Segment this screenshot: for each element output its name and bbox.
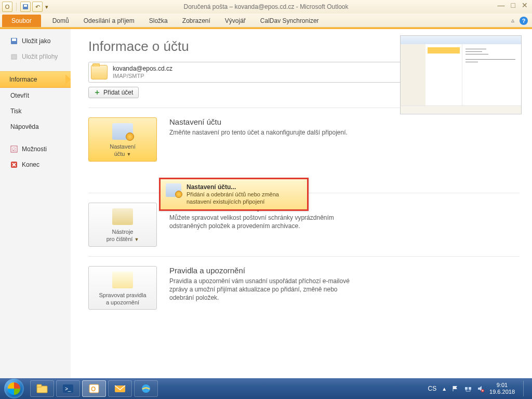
chevron-down-icon: ▼: [126, 152, 131, 157]
section-rules: Spravovat pravidla a upozornění Pravidla…: [88, 266, 520, 310]
sidebar-options[interactable]: ☑ Možnosti: [0, 141, 71, 157]
tray-network-icon[interactable]: [464, 385, 472, 392]
account-settings-button-line1: Nastavení: [110, 143, 136, 150]
svg-rect-3: [12, 38, 16, 41]
tab-developer[interactable]: Vývojář: [218, 15, 253, 27]
chevron-down-icon: ▼: [134, 237, 139, 242]
sidebar-info[interactable]: Informace: [0, 71, 71, 88]
rules-heading: Pravidla a upozornění: [169, 266, 356, 275]
menu-item-icon: [166, 183, 181, 197]
svg-rect-9: [37, 384, 42, 387]
taskbar-powershell-icon[interactable]: >_: [56, 380, 80, 397]
show-desktop-button[interactable]: [523, 381, 528, 396]
exit-icon: [10, 161, 18, 168]
tray-date: 19.6.2018: [489, 389, 515, 395]
plus-icon: ＋: [94, 89, 100, 96]
taskbar-explorer-icon[interactable]: [30, 380, 54, 397]
account-settings-button[interactable]: Nastavení účtu▼: [88, 117, 157, 162]
menu-item-desc-line1: Přidání a odebrání účtů nebo změna: [187, 191, 279, 198]
account-settings-menu-item[interactable]: Nastavení účtu... Přidání a odebrání účt…: [159, 178, 309, 211]
cleanup-button-line2: pro čištění: [107, 236, 133, 242]
backstage-sidebar: Uložit jako Uložit přílohy Informace Ote…: [0, 29, 71, 379]
add-account-label: Přidat účet: [103, 89, 133, 96]
tab-home[interactable]: Domů: [45, 15, 76, 27]
taskbar-outlook-icon[interactable]: O: [82, 380, 106, 397]
system-tray: CS ▲ 9:01 19.6.2018: [428, 381, 528, 396]
rules-button-line2: a upozornění: [106, 299, 139, 305]
rules-icon: [112, 272, 133, 288]
account-settings-heading: Nastavení účtu: [169, 117, 356, 126]
account-settings-icon: [112, 123, 133, 140]
maximize-icon[interactable]: □: [511, 1, 515, 9]
sidebar-save-attachments-label: Uložit přílohy: [22, 53, 58, 60]
account-protocol: IMAP/SMTP: [113, 72, 172, 79]
tray-clock[interactable]: 9:01 19.6.2018: [489, 382, 515, 395]
tray-flag-icon[interactable]: [452, 385, 459, 392]
rules-button[interactable]: Spravovat pravidla a upozornění: [88, 266, 157, 310]
backstage-view: Uložit jako Uložit přílohy Informace Ote…: [0, 29, 532, 379]
menu-item-desc-line2: nastavení existujících připojení: [187, 198, 279, 205]
sidebar-options-label: Možnosti: [22, 145, 47, 153]
window-titlebar: O ↶ ▾ Doručená pošta – kovanda@epos.cd.c…: [0, 0, 532, 14]
taskbar-ie-icon[interactable]: [134, 380, 158, 397]
cleanup-tools-button[interactable]: Nástroje pro čištění▼: [88, 203, 157, 247]
rules-desc: Pravidla a upozornění vám usnadní uspořá…: [169, 277, 356, 302]
sidebar-print[interactable]: Tisk: [0, 103, 71, 119]
rules-button-line1: Spravovat pravidla: [99, 292, 146, 298]
save-as-icon: [10, 37, 18, 45]
tab-send-receive[interactable]: Odesílání a příjem: [76, 15, 142, 27]
sidebar-help[interactable]: Nápověda: [0, 119, 71, 135]
minimize-ribbon-icon[interactable]: ▵: [511, 17, 514, 25]
svg-text:☑: ☑: [12, 147, 16, 152]
sidebar-save-as-label: Uložit jako: [22, 37, 50, 45]
tab-view[interactable]: Zobrazení: [175, 15, 218, 27]
sidebar-exit[interactable]: Konec: [0, 157, 71, 172]
tab-folder[interactable]: Složka: [142, 15, 175, 27]
cleanup-desc: Můžete spravovat velikost poštovní schrá…: [169, 214, 356, 230]
tab-file[interactable]: Soubor: [2, 15, 41, 27]
account-folder-icon: [91, 65, 108, 79]
start-button[interactable]: [4, 379, 24, 398]
window-title: Doručená pošta – kovanda@epos.cd.cz - Mi…: [0, 3, 532, 10]
tray-language[interactable]: CS: [428, 385, 436, 392]
tray-show-hidden-icon[interactable]: ▲: [442, 386, 447, 392]
attachment-icon: [10, 53, 18, 60]
tray-time: 9:01: [489, 382, 515, 389]
account-settings-button-line2: účtu: [114, 151, 125, 157]
menu-item-title: Nastavení účtu...: [187, 183, 236, 191]
sidebar-help-label: Nápověda: [10, 123, 39, 130]
tab-caldav[interactable]: CalDav Synchronizer: [253, 15, 326, 27]
add-account-button[interactable]: ＋ Přidat účet: [88, 87, 139, 98]
sidebar-save-as[interactable]: Uložit jako: [0, 33, 71, 49]
sidebar-save-attachments: Uložit přílohy: [0, 49, 71, 64]
help-icon[interactable]: ?: [520, 17, 528, 25]
cleanup-button-line1: Nástroje: [112, 229, 134, 235]
ribbon-tabs: Soubor Domů Odesílání a příjem Složka Zo…: [0, 14, 532, 28]
svg-rect-16: [465, 387, 468, 390]
sidebar-info-label: Informace: [9, 76, 37, 83]
sidebar-open-label: Otevřít: [10, 92, 29, 99]
backstage-content: Informace o účtu kovanda@epos.cd.cz IMAP…: [71, 29, 532, 379]
svg-text:>_: >_: [65, 386, 71, 392]
window-controls: ― □ ✕: [498, 1, 528, 9]
minimize-icon[interactable]: ―: [498, 1, 505, 9]
sidebar-exit-label: Konec: [22, 161, 39, 168]
tray-volume-icon[interactable]: [477, 385, 484, 392]
account-email: kovanda@epos.cd.cz: [113, 65, 172, 72]
svg-rect-4: [11, 55, 17, 59]
sidebar-print-label: Tisk: [10, 108, 22, 115]
svg-rect-17: [469, 387, 471, 390]
account-settings-desc: Změňte nastavení pro tento účet a nakonf…: [169, 128, 356, 137]
svg-text:O: O: [91, 385, 96, 393]
cleanup-icon: [112, 208, 133, 225]
sidebar-open[interactable]: Otevřít: [0, 88, 71, 103]
close-icon[interactable]: ✕: [522, 1, 528, 9]
options-icon: ☑: [10, 145, 18, 153]
section-account-settings: Nastavení účtu▼ Nastavení účtu Změňte na…: [88, 117, 520, 162]
account-preview-thumbnail: ▬▬▬▬▬▬▬▬▬▬▬▬▬▬▬▬▬▬▬▬▬▬▬▬▬▬▬▬▬▬▬▬▬▬▬▬▬▬▬▬…: [400, 35, 522, 114]
taskbar-mail-icon[interactable]: [108, 380, 132, 397]
windows-taskbar: >_ O CS ▲ 9:01 19.6.2018: [0, 378, 532, 399]
